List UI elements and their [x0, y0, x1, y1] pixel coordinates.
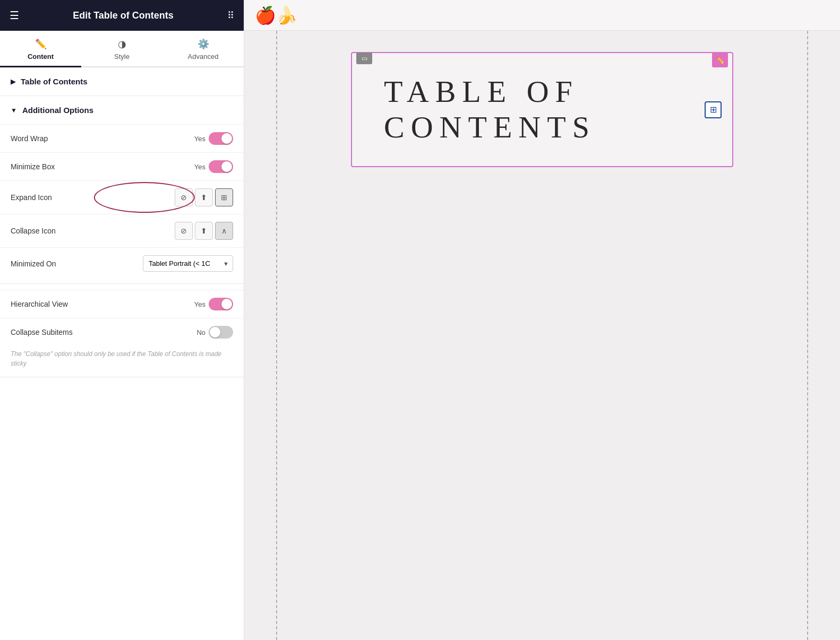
minimized-on-label: Minimized On [11, 260, 143, 268]
canvas: ▭ ✏️ TABLE OF CONTENTS ⊞ [244, 31, 840, 640]
row-minimized-on: Minimized On Tablet Portrait (< 1C Mobil… [0, 247, 244, 279]
expand-icon-none[interactable]: ⊘ [175, 188, 193, 206]
section-toc-header[interactable]: ▶ Table of Contents [0, 67, 244, 96]
grid-icon[interactable]: ⠿ [227, 10, 234, 21]
word-wrap-thumb [221, 133, 232, 144]
hint-text: The "Collapse" option should only be use… [0, 346, 244, 377]
tab-style[interactable]: ◑ Style [81, 31, 162, 67]
row-collapse-subitems: Collapse Subitems No [0, 318, 244, 346]
toc-widget: ▭ ✏️ TABLE OF CONTENTS ⊞ [351, 52, 733, 167]
logo-icon: 🍎🍌 [255, 5, 297, 25]
collapse-subitems-label: Collapse Subitems [11, 328, 196, 336]
arrow-right-icon: ▶ [11, 78, 15, 85]
word-wrap-toggle[interactable] [209, 132, 233, 145]
tab-content[interactable]: ✏️ Content [0, 31, 81, 67]
collapse-icon-upload[interactable]: ⬆ [195, 222, 213, 240]
row-word-wrap: Word Wrap Yes [0, 124, 244, 152]
minimize-box-toggle-wrapper: Yes [194, 160, 233, 173]
collapse-subitems-value: No [196, 328, 205, 336]
section-options-header[interactable]: ▼ Additional Options [0, 96, 244, 124]
minimized-on-select-wrapper: Tablet Portrait (< 1C Mobile Desktop ▼ [143, 255, 233, 272]
section-options-label: Additional Options [22, 106, 93, 115]
page-title: Edit Table of Contents [28, 10, 219, 21]
gear-icon: ⚙️ [198, 38, 209, 50]
minimize-box-toggle[interactable] [209, 160, 233, 173]
collapse-icon-none[interactable]: ⊘ [175, 222, 193, 240]
expand-icon-label: Expand Icon [11, 193, 175, 202]
tab-advanced[interactable]: ⚙️ Advanced [162, 31, 244, 67]
collapse-icon-label: Collapse Icon [11, 227, 175, 235]
minimized-on-select[interactable]: Tablet Portrait (< 1C Mobile Desktop [143, 255, 233, 272]
word-wrap-value: Yes [194, 135, 205, 143]
row-expand-icon: Expand Icon ⊘ ⬆ ⊞ [0, 180, 244, 214]
toc-edit-button[interactable]: ✏️ [712, 53, 728, 67]
word-wrap-toggle-wrapper: Yes [194, 132, 233, 145]
chevron-down-icon: ⊞ [710, 105, 717, 115]
expand-icon-picker: ⊘ ⬆ ⊞ [175, 188, 233, 206]
section-table-of-contents: ▶ Table of Contents [0, 67, 244, 96]
dashed-line-left [276, 31, 277, 640]
word-wrap-label: Word Wrap [11, 134, 194, 143]
arrow-down-icon: ▼ [11, 107, 17, 114]
sidebar-header: ☰ Edit Table of Contents ⠿ [0, 0, 244, 31]
edit-icon: ✏️ [35, 38, 47, 50]
toc-handle[interactable]: ▭ [356, 53, 372, 64]
hierarchical-view-toggle-wrapper: Yes [194, 298, 233, 310]
expand-icon-upload[interactable]: ⬆ [195, 188, 213, 206]
toc-title-line2: CONTENTS [384, 110, 596, 144]
section-toc-label: Table of Contents [21, 77, 88, 86]
minimize-box-label: Minimize Box [11, 162, 194, 171]
pencil-icon: ✏️ [716, 56, 724, 64]
hierarchical-view-thumb [221, 299, 232, 309]
row-minimize-box: Minimize Box Yes [0, 152, 244, 180]
tab-content-label: Content [28, 53, 54, 60]
row-collapse-icon: Collapse Icon ⊘ ⬆ ∧ [0, 214, 244, 247]
hierarchical-view-value: Yes [194, 300, 205, 308]
collapse-icon-chevron-up[interactable]: ∧ [215, 222, 233, 240]
panel-content: ▶ Table of Contents ▼ Additional Options… [0, 67, 244, 640]
main-content: 🍎🍌 ▭ ✏️ TABLE OF CONTENTS ⊞ [244, 0, 840, 640]
minimize-box-value: Yes [194, 163, 205, 171]
collapse-subitems-toggle-wrapper: No [196, 326, 233, 339]
collapse-subitems-thumb [210, 327, 220, 338]
section-additional-options: ▼ Additional Options Word Wrap Yes Minim… [0, 96, 244, 377]
tab-advanced-label: Advanced [188, 53, 219, 60]
divider [0, 283, 244, 290]
circle-half-icon: ◑ [118, 38, 126, 50]
hierarchical-view-toggle[interactable] [209, 298, 233, 310]
toc-title-line1: TABLE OF [384, 74, 579, 109]
collapse-icon-picker: ⊘ ⬆ ∧ [175, 222, 233, 240]
tab-style-label: Style [114, 53, 130, 60]
toc-handle-icon: ▭ [362, 55, 367, 62]
collapse-subitems-toggle[interactable] [209, 326, 233, 339]
dashed-line-right [807, 31, 808, 640]
logo-area: 🍎🍌 [255, 5, 297, 25]
row-hierarchical-view: Hierarchical View Yes [0, 290, 244, 318]
toc-title: TABLE OF CONTENTS [384, 74, 700, 145]
hamburger-icon[interactable]: ☰ [10, 10, 19, 21]
expand-icon-chevron-down[interactable]: ⊞ [215, 188, 233, 206]
sidebar: ☰ Edit Table of Contents ⠿ ✏️ Content ◑ … [0, 0, 244, 640]
main-topbar: 🍎🍌 [244, 0, 840, 31]
minimize-box-thumb [221, 161, 232, 172]
toc-expand-icon[interactable]: ⊞ [705, 101, 722, 118]
hierarchical-view-label: Hierarchical View [11, 300, 194, 308]
tab-bar: ✏️ Content ◑ Style ⚙️ Advanced [0, 31, 244, 67]
